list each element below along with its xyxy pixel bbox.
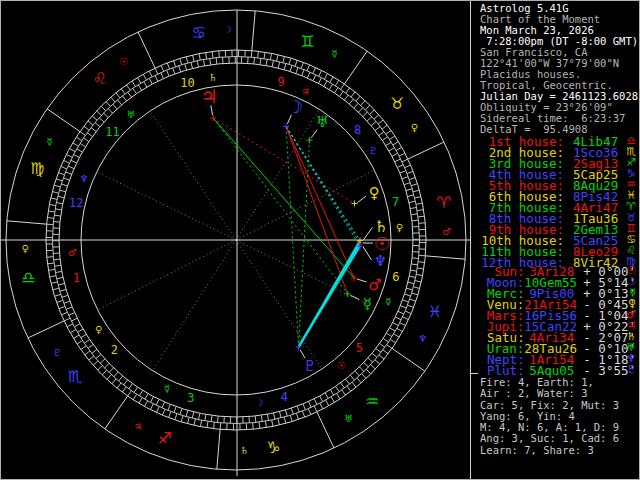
wheel-aries-icon: ♈ — [436, 193, 450, 212]
wheel-gemini-ruler-icon: ☿ — [331, 48, 337, 59]
wheel-capricorn-ruler-icon: ♄ — [240, 445, 249, 456]
aspect-lines — [213, 118, 360, 347]
house-number: 2 — [111, 343, 118, 357]
house-ruler-icon: ♀ — [396, 222, 403, 233]
wheel-scorpio-icon: ♏ — [68, 367, 82, 386]
info-panel: Astrolog 5.41GChart of the MomentMon Mar… — [471, 0, 640, 480]
house-number: 3 — [187, 391, 194, 405]
wheel-scorpio-ruler-icon: ♇ — [53, 347, 62, 358]
house-ruler-icon: ♂ — [68, 247, 77, 258]
house-number: 6 — [392, 270, 399, 284]
wheel-capricorn-icon: ♑ — [266, 438, 280, 457]
house-number: 9 — [277, 75, 284, 89]
house-ruler-icon: ☿ — [164, 383, 170, 394]
wheel-neptune-icon: ♆ — [374, 252, 387, 270]
wheel-leo-ruler-icon: ☉ — [119, 56, 128, 67]
wheel-sagittarius-icon: ♐ — [157, 429, 171, 448]
wheel-pluto-icon: ♇ — [303, 357, 316, 375]
wheel-uranus-icon: ♅ — [316, 113, 329, 131]
house-ruler-icon: ☉ — [337, 360, 346, 371]
wheel-aries-ruler-icon: ♂ — [442, 226, 451, 237]
house-number: 12 — [69, 196, 83, 210]
pluto-icon: ♇ — [626, 364, 636, 376]
wheel-libra-ruler-icon: ♀ — [21, 243, 28, 254]
chart-header: Astrolog 5.41GChart of the MomentMon Mar… — [480, 3, 638, 135]
house-number: 5 — [356, 341, 363, 355]
wheel-libra-icon: ♎ — [21, 268, 35, 287]
house-ruler-icon: ♅ — [127, 109, 136, 120]
summary-line: Air : 2, Water: 3 — [480, 388, 619, 399]
wheel-venus-icon: ♀ — [369, 184, 380, 202]
wheel-virgo-ruler-icon: ☿ — [46, 136, 52, 147]
house-ruler-icon: ♄ — [208, 72, 217, 83]
element-summary: Fire: 4, Earth: 1,Air : 2, Water: 3Car: … — [480, 377, 619, 456]
house-ruler-icon: ☿ — [385, 296, 391, 307]
wheel-pisces-icon: ♓ — [427, 302, 441, 321]
house-number: 1 — [73, 271, 80, 285]
wheel-mercury-icon: ☿ — [363, 295, 372, 313]
planet-position-value: 5Aqu05 — [525, 365, 575, 376]
wheel-mars-icon: ♂ — [368, 276, 381, 294]
planet-position-list: Sun:3Ari28+ 0°00'☉Moon:10Gem55+ 5°14'☽Me… — [480, 266, 636, 376]
planet-label: Plut: — [480, 365, 525, 376]
wheel-leo-icon: ♌ — [93, 69, 107, 88]
house-number: 4 — [281, 390, 288, 404]
wheel-virgo-icon: ♍ — [30, 159, 44, 178]
house-ruler-icon: ☽ — [255, 397, 264, 408]
wheel-taurus-icon: ♉ — [390, 94, 404, 113]
wheel-cancer-ruler-icon: ☽ — [223, 24, 232, 35]
wheel-pisces-ruler-icon: ♆ — [418, 333, 427, 344]
house-ruler-icon: ♆ — [80, 173, 89, 184]
wheel-gemini-icon: ♊ — [300, 32, 314, 51]
house-cusp-list: 1st house:4Lib47♎2nd house:1Sco36♏3rd ho… — [480, 136, 636, 268]
house-ruler-icon: ♇ — [369, 145, 378, 156]
wheel-moon-icon: ☽ — [287, 96, 303, 117]
house-number: 8 — [354, 123, 361, 137]
chart-wheel: ♈♂♉♀♊☿♋☽♌☉♍☿♎♀♏♇♐♃♑♄♒♅♓♆1♂2♀3☿4☽5☉6☿7♀8♇… — [0, 0, 470, 478]
wheel-saturn-icon: ♄ — [374, 217, 388, 236]
house-number: 11 — [105, 125, 119, 139]
house-number: 10 — [180, 76, 194, 90]
house-ruler-icon: ♀ — [95, 324, 102, 335]
summary-line: Learn: 7, Share: 3 — [480, 445, 619, 456]
wheel-aquarius-ruler-icon: ♅ — [344, 413, 353, 424]
wheel-jupiter-icon: ♃ — [201, 85, 218, 107]
planet-row: Plut:5Aqu05- 3°55'♇ — [480, 365, 636, 376]
wheel-cancer-icon: ♋ — [191, 23, 205, 42]
wheel-taurus-ruler-icon: ♀ — [411, 122, 418, 133]
wheel-aquarius-icon: ♒ — [365, 392, 379, 411]
wheel-sagittarius-ruler-icon: ♃ — [133, 421, 142, 432]
house-number: 7 — [392, 195, 399, 209]
